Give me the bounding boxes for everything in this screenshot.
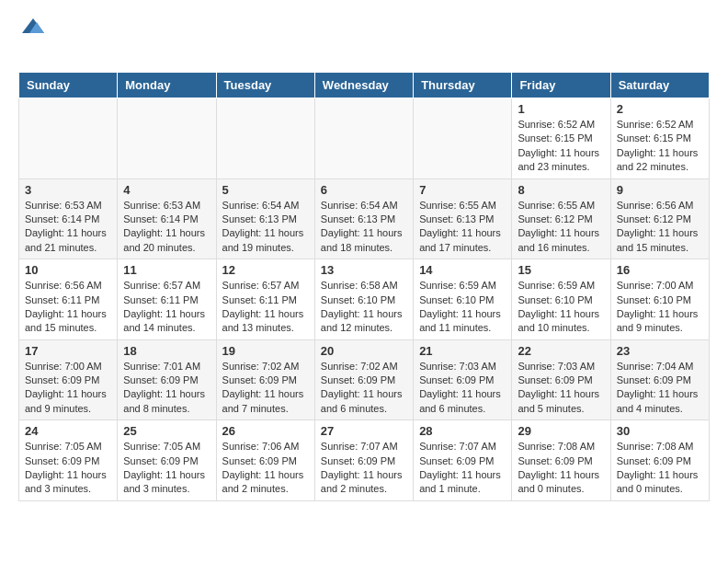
calendar-cell: 29Sunrise: 7:08 AMSunset: 6:09 PMDayligh… — [512, 420, 610, 501]
cell-sun-info: Sunrise: 6:55 AMSunset: 6:12 PMDaylight:… — [518, 199, 604, 256]
day-number: 16 — [617, 263, 703, 277]
day-number: 13 — [321, 263, 407, 277]
calendar-cell — [19, 98, 118, 179]
calendar-cell — [118, 98, 216, 179]
day-number: 23 — [617, 344, 703, 358]
calendar-cell: 18Sunrise: 7:01 AMSunset: 6:09 PMDayligh… — [118, 339, 216, 420]
logo — [18, 15, 46, 64]
calendar-cell: 1Sunrise: 6:52 AMSunset: 6:15 PMDaylight… — [512, 98, 610, 179]
cell-sun-info: Sunrise: 6:54 AMSunset: 6:13 PMDaylight:… — [321, 199, 407, 256]
day-number: 19 — [222, 344, 309, 358]
calendar-cell: 10Sunrise: 6:56 AMSunset: 6:11 PMDayligh… — [19, 259, 118, 340]
cell-sun-info: Sunrise: 7:05 AMSunset: 6:09 PMDaylight:… — [25, 440, 111, 497]
cell-sun-info: Sunrise: 6:57 AMSunset: 6:11 PMDaylight:… — [123, 279, 210, 336]
calendar-cell: 8Sunrise: 6:55 AMSunset: 6:12 PMDaylight… — [512, 178, 610, 259]
day-header-sunday: Sunday — [19, 73, 118, 98]
day-header-saturday: Saturday — [610, 73, 709, 98]
day-number: 15 — [518, 263, 604, 277]
calendar-cell: 26Sunrise: 7:06 AMSunset: 6:09 PMDayligh… — [216, 420, 314, 501]
day-header-monday: Monday — [118, 73, 216, 98]
cell-sun-info: Sunrise: 7:07 AMSunset: 6:09 PMDaylight:… — [419, 440, 506, 497]
calendar-cell: 3Sunrise: 6:53 AMSunset: 6:14 PMDaylight… — [19, 178, 118, 259]
day-number: 24 — [25, 424, 111, 438]
cell-sun-info: Sunrise: 6:56 AMSunset: 6:11 PMDaylight:… — [25, 279, 111, 336]
calendar-cell: 9Sunrise: 6:56 AMSunset: 6:12 PMDaylight… — [610, 178, 709, 259]
day-number: 1 — [518, 102, 604, 116]
day-number: 2 — [617, 102, 703, 116]
day-number: 18 — [123, 344, 210, 358]
cell-sun-info: Sunrise: 6:52 AMSunset: 6:15 PMDaylight:… — [518, 118, 604, 175]
calendar-table: SundayMondayTuesdayWednesdayThursdayFrid… — [18, 72, 710, 501]
calendar-cell: 24Sunrise: 7:05 AMSunset: 6:09 PMDayligh… — [19, 420, 118, 501]
calendar-cell — [216, 98, 314, 179]
cell-sun-info: Sunrise: 7:08 AMSunset: 6:09 PMDaylight:… — [617, 440, 703, 497]
page-header — [0, 0, 728, 72]
cell-sun-info: Sunrise: 6:55 AMSunset: 6:13 PMDaylight:… — [419, 199, 506, 256]
cell-sun-info: Sunrise: 7:04 AMSunset: 6:09 PMDaylight:… — [617, 360, 703, 417]
day-number: 3 — [25, 183, 111, 197]
day-number: 9 — [617, 183, 703, 197]
calendar-cell: 11Sunrise: 6:57 AMSunset: 6:11 PMDayligh… — [118, 259, 216, 340]
calendar-cell: 27Sunrise: 7:07 AMSunset: 6:09 PMDayligh… — [314, 420, 413, 501]
calendar-week-2: 3Sunrise: 6:53 AMSunset: 6:14 PMDaylight… — [19, 178, 710, 259]
day-number: 26 — [222, 424, 309, 438]
calendar-cell: 15Sunrise: 6:59 AMSunset: 6:10 PMDayligh… — [512, 259, 610, 340]
cell-sun-info: Sunrise: 6:54 AMSunset: 6:13 PMDaylight:… — [222, 199, 309, 256]
day-number: 12 — [222, 263, 309, 277]
day-number: 11 — [123, 263, 210, 277]
calendar-cell: 13Sunrise: 6:58 AMSunset: 6:10 PMDayligh… — [314, 259, 413, 340]
calendar-cell: 7Sunrise: 6:55 AMSunset: 6:13 PMDaylight… — [414, 178, 512, 259]
day-header-friday: Friday — [512, 73, 610, 98]
calendar-cell: 21Sunrise: 7:03 AMSunset: 6:09 PMDayligh… — [414, 339, 512, 420]
calendar-cell: 17Sunrise: 7:00 AMSunset: 6:09 PMDayligh… — [19, 339, 118, 420]
calendar-cell: 30Sunrise: 7:08 AMSunset: 6:09 PMDayligh… — [610, 420, 709, 501]
calendar-cell: 19Sunrise: 7:02 AMSunset: 6:09 PMDayligh… — [216, 339, 314, 420]
calendar-week-5: 24Sunrise: 7:05 AMSunset: 6:09 PMDayligh… — [19, 420, 710, 501]
cell-sun-info: Sunrise: 7:07 AMSunset: 6:09 PMDaylight:… — [321, 440, 407, 497]
day-number: 29 — [518, 424, 604, 438]
calendar-header-row: SundayMondayTuesdayWednesdayThursdayFrid… — [19, 73, 710, 98]
cell-sun-info: Sunrise: 7:02 AMSunset: 6:09 PMDaylight:… — [222, 360, 309, 417]
day-number: 21 — [419, 344, 506, 358]
day-header-wednesday: Wednesday — [314, 73, 413, 98]
calendar-cell — [314, 98, 413, 179]
cell-sun-info: Sunrise: 7:03 AMSunset: 6:09 PMDaylight:… — [518, 360, 604, 417]
cell-sun-info: Sunrise: 6:52 AMSunset: 6:15 PMDaylight:… — [617, 118, 703, 175]
day-number: 10 — [25, 263, 111, 277]
calendar-cell: 23Sunrise: 7:04 AMSunset: 6:09 PMDayligh… — [610, 339, 709, 420]
calendar-cell — [414, 98, 512, 179]
calendar-week-4: 17Sunrise: 7:00 AMSunset: 6:09 PMDayligh… — [19, 339, 710, 420]
cell-sun-info: Sunrise: 7:00 AMSunset: 6:10 PMDaylight:… — [617, 279, 703, 336]
calendar-cell: 2Sunrise: 6:52 AMSunset: 6:15 PMDaylight… — [610, 98, 709, 179]
day-header-thursday: Thursday — [414, 73, 512, 98]
day-number: 17 — [25, 344, 111, 358]
day-number: 5 — [222, 183, 309, 197]
calendar-week-1: 1Sunrise: 6:52 AMSunset: 6:15 PMDaylight… — [19, 98, 710, 179]
cell-sun-info: Sunrise: 7:03 AMSunset: 6:09 PMDaylight:… — [419, 360, 506, 417]
day-number: 4 — [123, 183, 210, 197]
calendar-cell: 12Sunrise: 6:57 AMSunset: 6:11 PMDayligh… — [216, 259, 314, 340]
cell-sun-info: Sunrise: 6:59 AMSunset: 6:10 PMDaylight:… — [419, 279, 506, 336]
cell-sun-info: Sunrise: 6:56 AMSunset: 6:12 PMDaylight:… — [617, 199, 703, 256]
cell-sun-info: Sunrise: 7:00 AMSunset: 6:09 PMDaylight:… — [25, 360, 111, 417]
calendar-week-3: 10Sunrise: 6:56 AMSunset: 6:11 PMDayligh… — [19, 259, 710, 340]
day-number: 22 — [518, 344, 604, 358]
cell-sun-info: Sunrise: 6:57 AMSunset: 6:11 PMDaylight:… — [222, 279, 309, 336]
cell-sun-info: Sunrise: 6:53 AMSunset: 6:14 PMDaylight:… — [123, 199, 210, 256]
calendar-cell: 5Sunrise: 6:54 AMSunset: 6:13 PMDaylight… — [216, 178, 314, 259]
cell-sun-info: Sunrise: 7:02 AMSunset: 6:09 PMDaylight:… — [321, 360, 407, 417]
day-number: 14 — [419, 263, 506, 277]
day-number: 20 — [321, 344, 407, 358]
cell-sun-info: Sunrise: 6:59 AMSunset: 6:10 PMDaylight:… — [518, 279, 604, 336]
calendar-cell: 16Sunrise: 7:00 AMSunset: 6:10 PMDayligh… — [610, 259, 709, 340]
logo-icon — [20, 15, 46, 40]
calendar-cell: 28Sunrise: 7:07 AMSunset: 6:09 PMDayligh… — [414, 420, 512, 501]
day-header-tuesday: Tuesday — [216, 73, 314, 98]
day-number: 25 — [123, 424, 210, 438]
day-number: 7 — [419, 183, 506, 197]
cell-sun-info: Sunrise: 7:06 AMSunset: 6:09 PMDaylight:… — [222, 440, 309, 497]
calendar-cell: 25Sunrise: 7:05 AMSunset: 6:09 PMDayligh… — [118, 420, 216, 501]
calendar-cell: 4Sunrise: 6:53 AMSunset: 6:14 PMDaylight… — [118, 178, 216, 259]
day-number: 8 — [518, 183, 604, 197]
cell-sun-info: Sunrise: 7:01 AMSunset: 6:09 PMDaylight:… — [123, 360, 210, 417]
